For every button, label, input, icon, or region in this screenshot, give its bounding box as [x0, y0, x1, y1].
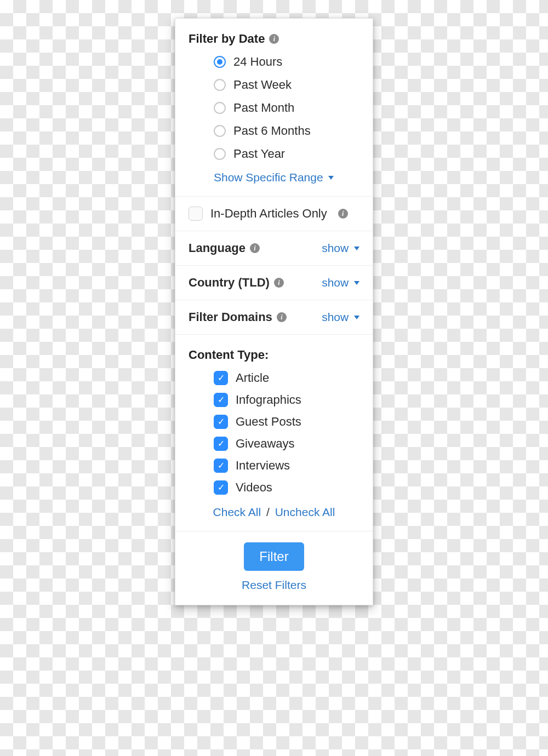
content-type-option-interviews[interactable]: ✓ Interviews — [214, 459, 359, 473]
checkbox-icon: ✓ — [214, 459, 228, 473]
date-option-past-week[interactable]: Past Week — [214, 78, 359, 92]
info-icon[interactable]: i — [250, 243, 260, 253]
content-type-option-label: Guest Posts — [236, 415, 301, 429]
filter-domains-show-link[interactable]: show — [322, 311, 359, 324]
show-specific-range-link[interactable]: Show Specific Range — [214, 171, 334, 184]
footer: Filter Reset Filters — [175, 531, 373, 605]
filter-domains-title: Filter Domains i — [189, 310, 287, 324]
content-type-option-article[interactable]: ✓ Article — [214, 371, 359, 385]
filter-by-date-title: Filter by Date i — [189, 32, 359, 46]
checkbox-icon: ✓ — [214, 437, 228, 451]
content-type-title: Content Type: — [189, 348, 359, 362]
country-show-label: show — [322, 276, 349, 289]
info-icon[interactable]: i — [274, 278, 284, 288]
content-type-label: Content Type: — [189, 348, 269, 362]
content-type-option-giveaways[interactable]: ✓ Giveaways — [214, 437, 359, 451]
filter-by-date-label: Filter by Date — [189, 32, 265, 46]
language-title: Language i — [189, 241, 260, 255]
radio-icon — [214, 148, 226, 160]
checkbox-icon: ✓ — [214, 371, 228, 385]
info-icon[interactable]: i — [277, 312, 287, 322]
checkbox-icon: ✓ — [214, 393, 228, 407]
date-option-past-6-months[interactable]: Past 6 Months — [214, 124, 359, 138]
in-depth-label: In-Depth Articles Only — [210, 207, 327, 221]
language-section: Language i show — [175, 231, 373, 265]
filter-domains-section: Filter Domains i show — [175, 300, 373, 334]
info-icon[interactable]: i — [269, 34, 279, 44]
caret-down-icon — [328, 176, 334, 180]
date-option-past-year[interactable]: Past Year — [214, 147, 359, 161]
content-type-options: ✓ Article ✓ Infographics ✓ Guest Posts ✓… — [189, 371, 359, 495]
content-type-option-videos[interactable]: ✓ Videos — [214, 480, 359, 495]
date-option-past-month[interactable]: Past Month — [214, 101, 359, 115]
country-title: Country (TLD) i — [189, 276, 284, 290]
content-type-option-label: Infographics — [236, 393, 301, 407]
caret-down-icon — [354, 247, 359, 250]
checkbox-icon: ✓ — [214, 480, 228, 495]
filter-by-date-section: Filter by Date i 24 Hours Past Week Past… — [175, 19, 373, 196]
date-option-label: Past Week — [233, 78, 292, 92]
country-section: Country (TLD) i show — [175, 265, 373, 300]
in-depth-checkbox-row[interactable]: ✓ In-Depth Articles Only i — [189, 207, 359, 221]
language-label: Language — [189, 241, 246, 255]
radio-icon — [214, 56, 226, 68]
radio-icon — [214, 102, 226, 114]
content-type-section: Content Type: ✓ Article ✓ Infographics ✓… — [175, 334, 373, 531]
date-option-label: Past 6 Months — [233, 124, 311, 138]
radio-icon — [214, 125, 226, 137]
content-type-actions: Check All / Uncheck All — [189, 506, 359, 519]
checkbox-icon: ✓ — [189, 207, 203, 221]
uncheck-all-link[interactable]: Uncheck All — [275, 506, 335, 518]
in-depth-section: ✓ In-Depth Articles Only i — [175, 196, 373, 231]
date-option-label: 24 Hours — [233, 55, 282, 69]
content-type-option-label: Videos — [236, 480, 272, 495]
divider: / — [266, 506, 270, 518]
country-show-link[interactable]: show — [322, 276, 359, 289]
content-type-option-infographics[interactable]: ✓ Infographics — [214, 393, 359, 407]
content-type-option-label: Giveaways — [236, 437, 295, 451]
content-type-option-label: Article — [236, 371, 269, 385]
caret-down-icon — [354, 316, 359, 319]
checkbox-icon: ✓ — [214, 415, 228, 429]
info-icon[interactable]: i — [338, 209, 348, 219]
date-option-label: Past Month — [233, 101, 294, 115]
radio-icon — [214, 79, 226, 91]
date-option-label: Past Year — [233, 147, 285, 161]
language-show-link[interactable]: show — [322, 242, 359, 255]
filter-domains-label: Filter Domains — [189, 310, 272, 324]
check-all-link[interactable]: Check All — [213, 506, 261, 518]
date-options: 24 Hours Past Week Past Month Past 6 Mon… — [189, 55, 359, 161]
date-option-24-hours[interactable]: 24 Hours — [214, 55, 359, 69]
content-type-option-guest-posts[interactable]: ✓ Guest Posts — [214, 415, 359, 429]
reset-filters-link[interactable]: Reset Filters — [242, 579, 306, 591]
show-specific-range-label: Show Specific Range — [214, 171, 323, 184]
filter-panel: Filter by Date i 24 Hours Past Week Past… — [175, 18, 373, 605]
filter-domains-show-label: show — [322, 311, 349, 323]
caret-down-icon — [354, 281, 359, 285]
content-type-option-label: Interviews — [236, 459, 290, 473]
country-label: Country (TLD) — [189, 276, 270, 290]
language-show-label: show — [322, 242, 349, 254]
filter-button[interactable]: Filter — [244, 542, 304, 571]
